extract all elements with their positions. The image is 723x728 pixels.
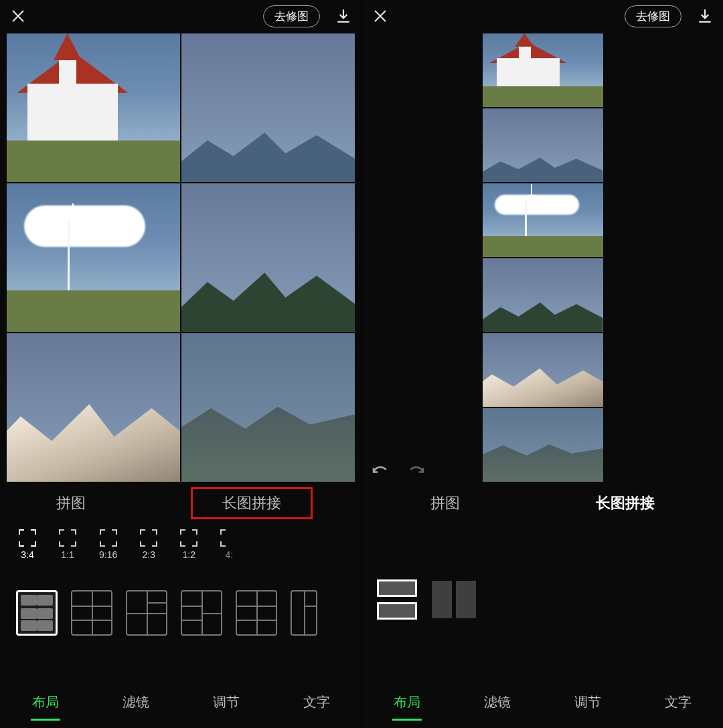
go-edit-button[interactable]: 去修图 — [263, 5, 320, 27]
tab-collage[interactable]: 拼图 — [50, 490, 92, 516]
ratio-label: 1:2 — [183, 549, 195, 560]
mode-tabs: 拼图 长图拼接 — [0, 482, 362, 525]
layout-templates-row — [362, 545, 723, 654]
go-edit-button[interactable]: 去修图 — [625, 5, 681, 27]
ratio-option[interactable]: 1:1 — [59, 529, 76, 560]
nav-filter[interactable]: 滤镜 — [121, 689, 151, 715]
collage-tile[interactable] — [7, 33, 180, 182]
download-icon[interactable] — [332, 5, 355, 27]
nav-layout[interactable]: 布局 — [31, 689, 60, 715]
nav-adjust[interactable]: 调节 — [573, 689, 602, 715]
ratio-label: 4: — [225, 549, 233, 560]
close-icon[interactable] — [369, 5, 392, 27]
nav-layout[interactable]: 布局 — [392, 689, 422, 715]
layout-template[interactable] — [181, 590, 222, 636]
tab-long-splice[interactable]: 长图拼接 — [191, 487, 313, 519]
layout-template[interactable] — [71, 590, 112, 636]
aspect-ratio-row: 3:4 1:1 9:16 2:3 1:2 4: — [0, 525, 362, 565]
strip-tile[interactable] — [483, 108, 603, 182]
ratio-label: 9:16 — [99, 549, 117, 560]
ratio-option[interactable]: 3:4 — [19, 529, 36, 560]
nav-text[interactable]: 文字 — [302, 689, 331, 715]
screen-long-splice: 去修图 — [362, 0, 723, 728]
collage-tile[interactable] — [181, 183, 355, 332]
ratio-option[interactable]: 1:2 — [180, 529, 197, 560]
ratio-label: 3:4 — [21, 549, 33, 560]
collage-tile[interactable] — [7, 333, 180, 482]
layout-template[interactable] — [291, 590, 317, 636]
strip-tile[interactable] — [483, 258, 603, 332]
tab-long-splice[interactable]: 长图拼接 — [589, 490, 661, 516]
close-icon[interactable] — [7, 5, 29, 27]
tab-collage[interactable]: 拼图 — [424, 490, 467, 516]
collage-tile[interactable] — [181, 33, 355, 182]
long-splice-canvas[interactable] — [362, 32, 723, 482]
collage-canvas[interactable] — [0, 32, 362, 482]
strip-tile[interactable] — [483, 183, 603, 257]
layout-templates-row — [0, 578, 362, 648]
undo-icon[interactable] — [369, 459, 392, 482]
ratio-option[interactable]: 9:16 — [99, 529, 117, 560]
bottom-nav: 布局 滤镜 调节 文字 — [0, 676, 362, 728]
strip-tile[interactable] — [483, 333, 603, 407]
layout-template[interactable] — [236, 590, 277, 636]
mode-tabs: 拼图 长图拼接 — [362, 482, 723, 525]
nav-filter[interactable]: 滤镜 — [483, 689, 512, 715]
collage-tile[interactable] — [7, 183, 180, 332]
screen-collage: 去修图 拼图 长图拼接 3:4 — [0, 0, 362, 728]
ratio-option[interactable]: 4: — [220, 529, 238, 560]
nav-text[interactable]: 文字 — [663, 689, 693, 715]
ratio-label: 1:1 — [61, 549, 74, 560]
layout-template-vertical[interactable] — [377, 579, 417, 620]
strip-tile[interactable] — [483, 408, 603, 482]
strip-tile[interactable] — [483, 33, 603, 107]
layout-template[interactable] — [16, 590, 58, 636]
download-icon[interactable] — [694, 5, 716, 27]
collage-tile[interactable] — [181, 333, 355, 482]
layout-template-horizontal[interactable] — [432, 581, 476, 618]
nav-adjust[interactable]: 调节 — [212, 689, 241, 715]
top-bar: 去修图 — [0, 0, 362, 32]
ratio-option[interactable]: 2:3 — [140, 529, 157, 560]
ratio-label: 2:3 — [143, 549, 155, 560]
top-bar: 去修图 — [362, 0, 723, 32]
history-controls — [369, 459, 428, 482]
bottom-nav: 布局 滤镜 调节 文字 — [362, 676, 723, 728]
redo-icon[interactable] — [405, 459, 428, 482]
layout-template[interactable] — [126, 590, 167, 636]
